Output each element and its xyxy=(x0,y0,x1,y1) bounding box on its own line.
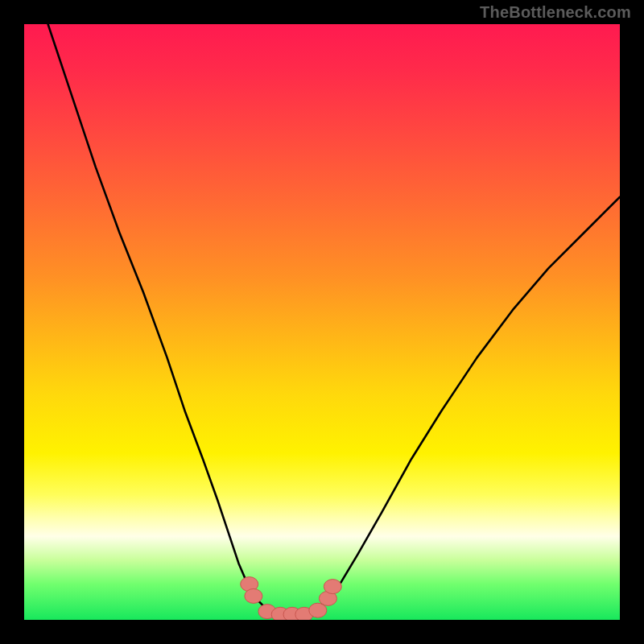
marker-dot xyxy=(245,588,262,603)
marker-dot xyxy=(324,580,341,594)
bottom-marker-cluster xyxy=(24,24,620,620)
watermark-text: TheBottleneck.com xyxy=(480,3,631,22)
chart-frame: { "watermark": "TheBottleneck.com", "col… xyxy=(0,0,644,644)
